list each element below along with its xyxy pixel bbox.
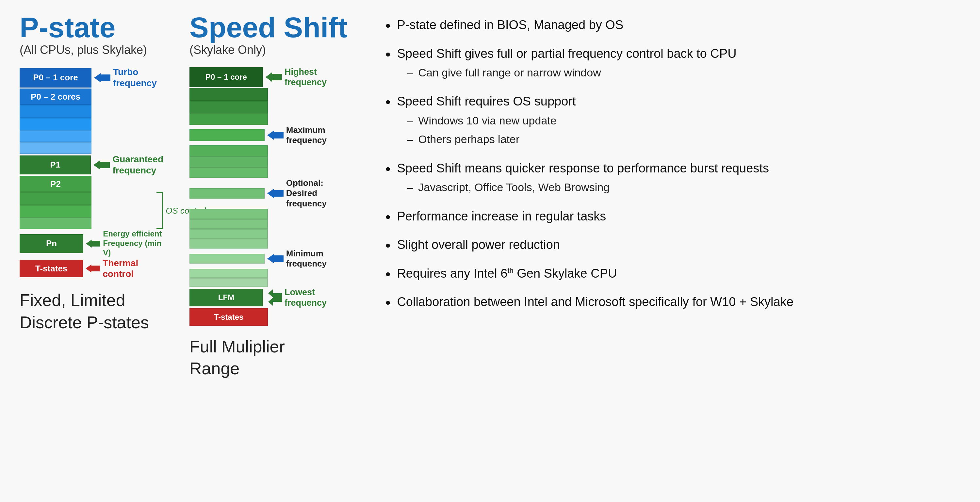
pstate-blue3-block	[20, 130, 91, 142]
ss-green5	[189, 145, 268, 156]
pstate-title: P-state	[20, 13, 183, 42]
main-container: P-state (All CPUs, plus Skylake) P0 – 1 …	[20, 13, 960, 489]
pstate-tstates-block: T-states	[20, 260, 83, 277]
pstate-green3-block	[20, 218, 91, 229]
speedshift-footer: Full Muliplier Range	[189, 336, 363, 380]
bullet-2: Speed Shift gives full or partial freque…	[385, 45, 960, 84]
bullet-8: Collaboration between Intel and Microsof…	[385, 293, 960, 313]
bullets-column: P-state defined in BIOS, Managed by OS S…	[372, 13, 960, 489]
pstate-column: P-state (All CPUs, plus Skylake) P0 – 1 …	[20, 13, 189, 489]
bullet-6-text: Slight overall power reduction	[397, 236, 560, 253]
pstate-p2-block: P2	[20, 176, 91, 192]
highest-arrow: Highestfrequency	[266, 67, 327, 88]
arrow-left-blue-desired	[267, 189, 283, 198]
svg-marker-2	[86, 240, 100, 248]
highest-label: Highestfrequency	[285, 67, 327, 88]
svg-rect-10	[273, 293, 282, 302]
maximum-arrow: Maximumfrequency	[267, 125, 327, 145]
ss-green14	[189, 269, 268, 278]
ss-green2	[189, 101, 268, 113]
arrow-left-red	[86, 264, 100, 273]
bullet-3-sub-2: Others perhaps later	[407, 132, 576, 147]
bullet-3-sub-1: Windows 10 via new update	[407, 113, 576, 129]
arrow-left-blue	[94, 73, 110, 82]
guaranteed-arrow: Guaranteedfrequency	[94, 154, 163, 176]
ss-green13	[189, 254, 265, 264]
bullet-3-content: Speed Shift requires OS support Windows …	[397, 93, 576, 150]
svg-marker-7	[267, 254, 283, 263]
turbo-label: Turbofrequency	[113, 67, 157, 89]
arrow-left-green-guaranteed	[94, 160, 110, 170]
maximum-label: Maximumfrequency	[286, 125, 327, 145]
bullet-4-sub-1: Javascript, Office Tools, Web Browsing	[407, 180, 769, 195]
bullet-3: Speed Shift requires OS support Windows …	[385, 93, 960, 150]
lowest-arrow: Lowestfrequency	[266, 287, 327, 308]
ss-p0-1core-block: P0 – 1 core	[189, 67, 263, 87]
ss-green4	[189, 129, 265, 141]
pstate-blue4-block	[20, 142, 91, 154]
bullet-8-text: Collaboration between Intel and Microsof…	[397, 293, 793, 311]
svg-marker-0	[94, 73, 110, 82]
energy-label: Energy efficientFrequency (min V)	[103, 229, 163, 257]
bullet-1-text: P-state defined in BIOS, Managed by OS	[397, 16, 623, 33]
svg-marker-6	[267, 189, 283, 198]
pstate-blue2-block	[20, 118, 91, 130]
bullet-5: Performance increase in regular tasks	[385, 208, 960, 227]
arrow-left-green-highest	[266, 72, 282, 82]
bullet-1: P-state defined in BIOS, Managed by OS	[385, 16, 960, 36]
bullet-7-text: Requires any Intel 6th Gen Skylake CPU	[397, 265, 617, 282]
arrow-both-green-lowest	[266, 289, 282, 306]
pstate-blue1-block	[20, 105, 91, 118]
svg-marker-4	[266, 72, 282, 82]
speedshift-subtitle: (Skylake Only)	[189, 43, 363, 57]
bullet-5-text: Performance increase in regular tasks	[397, 208, 606, 225]
speedshift-column: Speed Shift (Skylake Only) P0 – 1 core H…	[189, 13, 372, 489]
ss-green3	[189, 113, 268, 125]
bullet-7: Requires any Intel 6th Gen Skylake CPU	[385, 265, 960, 284]
pstate-p0-1core-block: P0 – 1 core	[20, 68, 91, 87]
pstate-p0-2cores-block: P0 – 2 cores	[20, 89, 91, 105]
ss-green8	[189, 188, 265, 199]
thermal-label: Thermal control	[103, 258, 163, 280]
turbo-arrow: Turbofrequency	[94, 67, 157, 89]
pstate-subtitle: (All CPUs, plus Skylake)	[20, 43, 183, 57]
desired-arrow: Optional:Desiredfrequency	[267, 178, 327, 209]
svg-marker-3	[86, 265, 100, 273]
bullet-4: Speed Shift means quicker response to pe…	[385, 160, 960, 199]
guaranteed-label: Guaranteedfrequency	[112, 154, 163, 176]
bullet-2-sublist: Can give full range or narrow window	[407, 65, 736, 81]
bullet-6: Slight overall power reduction	[385, 236, 960, 256]
bullet-4-text: Speed Shift means quicker response to pe…	[397, 161, 769, 175]
ss-green15	[189, 278, 268, 287]
ss-green10	[189, 219, 268, 229]
pstate-footer: Fixed, Limited Discrete P-states	[20, 289, 183, 334]
bullet-list: P-state defined in BIOS, Managed by OS S…	[385, 16, 960, 313]
energy-arrow: Energy efficientFrequency (min V)	[86, 229, 163, 257]
pstate-pn-block: Pn	[20, 234, 83, 253]
bullet-2-text: Speed Shift gives full or partial freque…	[397, 47, 736, 60]
arrow-left-blue-min	[267, 254, 283, 263]
bullet-4-content: Speed Shift means quicker response to pe…	[397, 160, 769, 199]
bullet-2-content: Speed Shift gives full or partial freque…	[397, 45, 736, 84]
ss-tstates-block: T-states	[189, 308, 268, 326]
pstate-diagram: P0 – 1 core Turbofrequency P0 – 2 cores	[20, 67, 163, 280]
svg-marker-1	[94, 160, 110, 170]
os-control-group: OS control	[20, 192, 163, 229]
desired-label: Optional:Desiredfrequency	[286, 178, 327, 209]
bullet-3-sublist: Windows 10 via new update Others perhaps…	[407, 113, 576, 147]
pstate-green2-block	[20, 205, 91, 218]
ss-green11	[189, 229, 268, 239]
speedshift-title: Speed Shift	[189, 13, 363, 42]
thermal-arrow: Thermal control	[86, 258, 163, 280]
svg-marker-5	[267, 131, 283, 140]
ss-green7	[189, 168, 268, 178]
ss-green9	[189, 209, 268, 219]
bullet-4-sublist: Javascript, Office Tools, Web Browsing	[407, 180, 769, 195]
pstate-p1-block: P1	[20, 156, 91, 175]
bullet-3-text: Speed Shift requires OS support	[397, 94, 576, 108]
ss-green6	[189, 156, 268, 168]
ss-lfm-block: LFM	[189, 289, 263, 307]
minimum-arrow: Minimumfrequency	[267, 249, 327, 269]
arrow-left-green-energy	[86, 239, 100, 248]
ss-green1	[189, 88, 268, 101]
